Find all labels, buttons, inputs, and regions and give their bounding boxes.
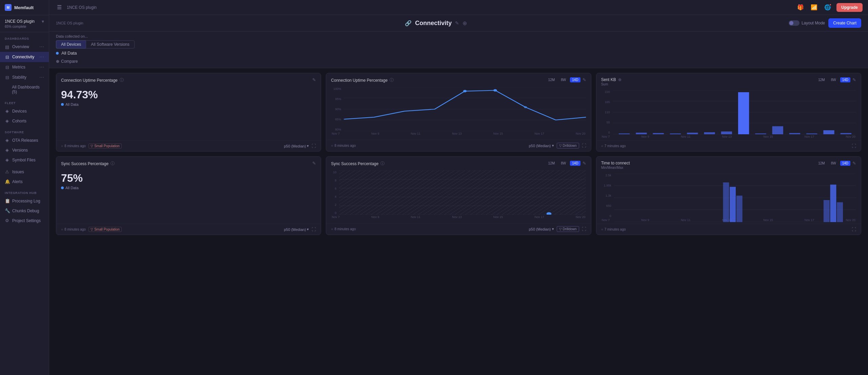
drilldown-badge[interactable]: ▽ Drilldown <box>557 226 579 232</box>
svg-rect-14 <box>636 133 647 134</box>
chart-card-ssp-line: Sync Success Percentage ⓘ 12M 8W 14D ✎ <box>326 156 591 235</box>
menu-toggle-button[interactable]: ☰ <box>55 3 64 12</box>
chart-footer: ○ 7 minutes ago ⛶ <box>596 224 861 235</box>
time-badge-8w[interactable]: 8W <box>829 161 838 166</box>
info-icon[interactable]: ⓘ <box>120 77 124 83</box>
info-icon[interactable]: ⊕ <box>618 77 622 82</box>
sidebar-item-project-settings[interactable]: ⚙ Project Settings <box>0 216 49 225</box>
y-axis-labels: 2.5k1.95k1.3k6500 <box>601 174 613 218</box>
chart-body: 94.73% All Data <box>56 85 321 140</box>
svg-rect-44 <box>824 200 830 222</box>
expand-icon[interactable]: ⛶ <box>852 227 856 232</box>
toggle-switch[interactable] <box>789 20 800 26</box>
filter-tab-all-sw-versions[interactable]: All Software Versions <box>86 40 134 48</box>
sidebar-item-connectivity[interactable]: ⊟ Connectivity ⋯ <box>0 52 49 62</box>
content-area: Connection Uptime Percentage ⓘ ✎ 94.73% … <box>49 68 868 375</box>
metric-selector[interactable]: p50 (Median) ▾ <box>529 143 554 148</box>
info-icon[interactable]: ⓘ <box>390 77 394 83</box>
chart-svg-area <box>613 90 856 134</box>
drilldown-badge[interactable]: ▽ Drilldown <box>557 143 579 149</box>
sidebar-item-symbol-files[interactable]: ◈ Symbol Files <box>0 155 49 165</box>
time-badge-8w[interactable]: 8W <box>559 77 568 82</box>
section-dashboards-label: DASHBOARDS <box>0 32 49 42</box>
sidebar-item-chunks-debug[interactable]: 🔧 Chunks Debug <box>0 206 49 216</box>
chart-title: Sent KB <box>601 77 616 82</box>
sidebar-item-ota-releases[interactable]: ◈ OTA Releases <box>0 135 49 145</box>
overview-dots[interactable]: ⋯ <box>39 44 44 50</box>
time-badge-12m[interactable]: 12M <box>816 77 827 82</box>
chart-body: 220165110550 <box>596 88 861 140</box>
edit-chart-icon[interactable]: ✎ <box>312 77 316 82</box>
info-icon[interactable]: ⓘ <box>111 161 115 166</box>
edit-chart-icon[interactable]: ✎ <box>583 161 586 166</box>
sidebar-item-processing-log[interactable]: 📋 Processing Log <box>0 196 49 206</box>
metric-selector[interactable]: p50 (Median) ▾ <box>284 144 309 148</box>
chart-svg-area <box>344 87 586 131</box>
time-badge-12m[interactable]: 12M <box>546 161 557 166</box>
sidebar-item-issues[interactable]: ⚠ Issues <box>0 167 49 177</box>
info-icon[interactable]: ⓘ <box>380 161 384 166</box>
chart-footer: ○ 8 minutes ago p50 (Median) ▾ ▽ Drilldo… <box>326 140 591 151</box>
sidebar-item-metrics[interactable]: ⊟ Metrics ⋯ <box>0 62 49 72</box>
edit-chart-icon[interactable]: ✎ <box>583 77 586 82</box>
clock-icon: ○ <box>601 228 603 231</box>
sidebar-item-devices[interactable]: ◈ Devices <box>0 106 49 116</box>
edit-chart-icon[interactable]: ✎ <box>852 161 856 166</box>
edit-chart-icon[interactable]: ✎ <box>852 77 856 82</box>
time-badge-14d[interactable]: 14D <box>840 77 850 82</box>
time-badge-14d[interactable]: 14D <box>840 161 850 166</box>
stability-dots[interactable]: ⋯ <box>39 75 44 80</box>
sidebar-item-stability[interactable]: ⊟ Stability ⋯ <box>0 72 49 82</box>
small-population-badge: ▽ Small Population <box>88 227 122 232</box>
time-badge-8w[interactable]: 8W <box>829 77 838 82</box>
create-chart-button[interactable]: Create Chart <box>828 18 861 28</box>
warning-icon: ▽ <box>91 144 93 148</box>
overview-icon: ▤ <box>5 44 9 50</box>
expand-icon[interactable]: ⛶ <box>852 143 856 149</box>
chart-card-header: Sync Success Percentage ⓘ ✎ <box>56 157 321 169</box>
filter-tab-all-devices[interactable]: All Devices <box>56 40 86 48</box>
signal-icon[interactable]: 📶 <box>809 3 819 12</box>
sidebar-item-cohorts[interactable]: ◈ Cohorts <box>0 116 49 126</box>
clock-icon: ○ <box>61 144 63 148</box>
time-badge-8w[interactable]: 8W <box>559 161 568 166</box>
upgrade-button[interactable]: Upgrade <box>836 3 863 12</box>
sidebar-item-label: Stability <box>12 75 26 80</box>
chart-subtitle: Min/Mean/Max <box>601 166 630 170</box>
time-badge-14d[interactable]: 14D <box>570 161 580 166</box>
metrics-dots[interactable]: ⋯ <box>39 64 44 70</box>
sidebar-item-label: Metrics <box>12 65 25 70</box>
cohorts-icon: ◈ <box>5 118 9 123</box>
time-badge-12m[interactable]: 12M <box>546 77 557 82</box>
time-ago: ○ 8 minutes ago <box>61 228 86 231</box>
filter-icon: ▽ <box>559 227 562 231</box>
time-badge-14d[interactable]: 14D <box>570 77 580 82</box>
project-menu-icon[interactable]: ▾ <box>42 19 44 24</box>
page-header-actions: Layout Mode Create Chart <box>789 18 861 28</box>
gift-icon[interactable]: 🎁 <box>796 3 805 12</box>
sidebar-item-alerts[interactable]: 🔔 Alerts <box>0 177 49 186</box>
chart-card-time-to-connect: Time to connect Min/Mean/Max 12M 8W 14D … <box>596 156 861 235</box>
time-ago: ○ 8 minutes ago <box>61 144 86 148</box>
metric-selector[interactable]: p50 (Median) ▾ <box>529 227 554 231</box>
metric-selector[interactable]: p50 (Median) ▾ <box>284 227 309 232</box>
globe-notifications-icon[interactable]: 🌐 <box>823 3 832 12</box>
layout-mode-toggle[interactable]: Layout Mode <box>789 20 825 26</box>
sidebar-item-versions[interactable]: ◈ Versions <box>0 145 49 155</box>
edit-page-icon[interactable]: ✎ <box>455 20 459 26</box>
sidebar-item-overview[interactable]: ▤ Overview ⋯ <box>0 42 49 52</box>
expand-icon[interactable]: ⛶ <box>582 226 586 232</box>
page-icon: 🔗 <box>405 20 412 26</box>
time-ago: ○ 7 minutes ago <box>601 144 626 148</box>
expand-icon[interactable]: ⛶ <box>312 143 316 149</box>
connectivity-dots[interactable]: ⋯ <box>39 54 44 60</box>
edit-chart-icon[interactable]: ✎ <box>312 161 316 166</box>
expand-icon[interactable]: ⛶ <box>312 227 316 232</box>
add-page-icon[interactable]: ⊕ <box>462 20 467 26</box>
sidebar-item-all-dashboards[interactable]: All Dashboards (5) <box>0 82 49 97</box>
time-badge-12m[interactable]: 12M <box>816 161 827 166</box>
expand-icon[interactable]: ⛶ <box>582 143 586 148</box>
big-value: 94.73% <box>61 88 316 101</box>
chart-title: Connection Uptime Percentage <box>61 78 118 83</box>
compare-button[interactable]: ⊕ Compare <box>56 58 861 65</box>
